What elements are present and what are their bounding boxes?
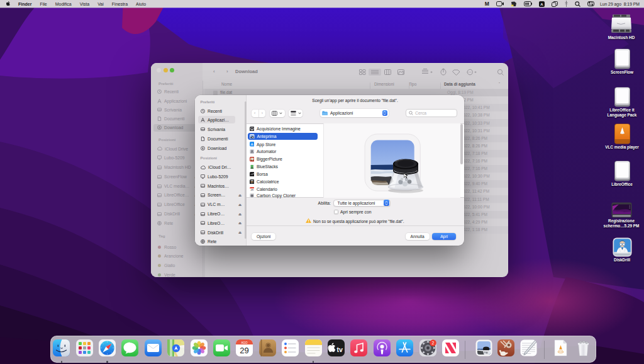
svg-text:tv: tv [337,345,343,353]
svg-text:29: 29 [250,188,253,191]
svg-text:2: 2 [431,341,434,345]
svg-text:AGO: AGO [242,341,248,344]
svg-text:29: 29 [240,346,249,355]
svg-text:A: A [540,2,543,6]
